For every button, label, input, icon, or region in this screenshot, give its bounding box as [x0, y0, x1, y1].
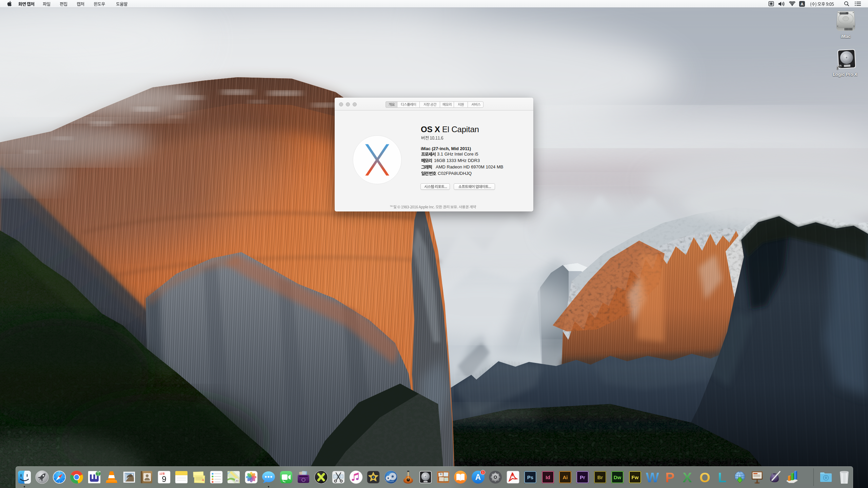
svg-text:W: W	[646, 470, 659, 484]
svg-text:O: O	[699, 470, 710, 484]
svg-text:Pr: Pr	[580, 474, 585, 480]
svg-text:Ps: Ps	[527, 474, 533, 480]
svg-text:Dw: Dw	[614, 474, 622, 480]
svg-text:Fw: Fw	[631, 474, 638, 480]
svg-text:Ai: Ai	[563, 474, 568, 480]
svg-text:3D: 3D	[236, 480, 239, 482]
svg-text:X: X	[683, 470, 692, 484]
svg-text:P: P	[665, 470, 674, 484]
svg-text:1: 1	[482, 471, 484, 474]
svg-text:Br: Br	[597, 474, 603, 480]
svg-text:A: A	[475, 473, 481, 482]
svg-text:L: L	[718, 470, 726, 484]
svg-text:A: A	[801, 2, 803, 6]
svg-text:Id: Id	[546, 474, 550, 480]
svg-text:9: 9	[162, 474, 166, 484]
